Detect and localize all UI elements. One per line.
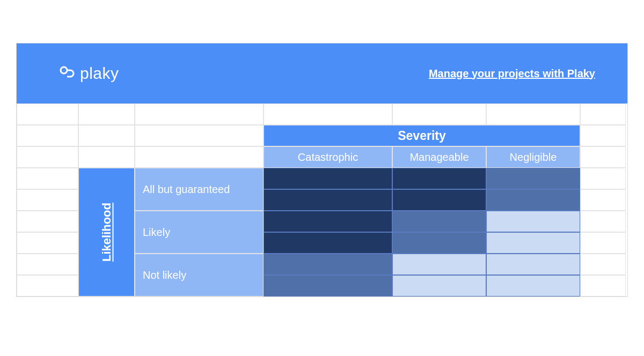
empty-cell: [17, 189, 78, 211]
heat-cell: [264, 211, 392, 232]
empty-cell: [78, 103, 135, 125]
empty-cell: [78, 146, 135, 168]
column-header: Catastrophic: [264, 146, 392, 168]
empty-cell: [580, 189, 626, 211]
y-axis-title: Likelihood: [78, 168, 135, 296]
brand-logo: plaky: [60, 64, 119, 83]
matrix-grid: Severity Catastrophic Manageable Negligi…: [17, 103, 627, 296]
empty-cell: [580, 254, 626, 275]
heat-cell: [264, 254, 392, 275]
heat-cell: [264, 189, 392, 211]
empty-cell: [17, 125, 78, 146]
empty-cell: [486, 103, 580, 125]
heat-cell: [392, 232, 486, 254]
empty-cell: [17, 103, 78, 125]
heat-cell: [486, 189, 580, 211]
empty-cell: [580, 146, 626, 168]
brand-name: plaky: [80, 64, 119, 83]
heat-cell: [486, 168, 580, 189]
empty-cell: [17, 146, 78, 168]
empty-cell: [78, 125, 135, 146]
empty-cell: [17, 168, 78, 189]
heat-cell: [392, 275, 486, 296]
empty-cell: [17, 254, 78, 275]
empty-cell: [17, 211, 78, 232]
heat-cell: [486, 211, 580, 232]
empty-cell: [580, 232, 626, 254]
heat-cell: [392, 254, 486, 275]
row-header: Likely: [135, 211, 264, 254]
heat-cell: [392, 168, 486, 189]
banner: plaky Manage your projects with Plaky: [17, 43, 627, 103]
heat-cell: [264, 168, 392, 189]
empty-cell: [264, 103, 392, 125]
empty-cell: [135, 103, 264, 125]
plaky-icon: [60, 66, 75, 81]
column-header: Manageable: [392, 146, 486, 168]
heat-cell: [392, 189, 486, 211]
heat-cell: [392, 211, 486, 232]
row-header: All but guaranteed: [135, 168, 264, 211]
empty-cell: [580, 275, 626, 296]
column-header: Negligible: [486, 146, 580, 168]
empty-cell: [17, 232, 78, 254]
empty-cell: [135, 146, 264, 168]
risk-matrix-container: plaky Manage your projects with Plaky Se…: [16, 43, 628, 297]
empty-cell: [135, 125, 264, 146]
empty-cell: [580, 125, 626, 146]
manage-projects-link[interactable]: Manage your projects with Plaky: [429, 68, 595, 80]
svg-point-0: [61, 67, 67, 73]
empty-cell: [580, 168, 626, 189]
heat-cell: [264, 232, 392, 254]
heat-cell: [486, 254, 580, 275]
heat-cell: [486, 232, 580, 254]
heat-cell: [264, 275, 392, 296]
empty-cell: [17, 275, 78, 296]
empty-cell: [580, 211, 626, 232]
empty-cell: [580, 103, 626, 125]
heat-cell: [486, 275, 580, 296]
empty-cell: [392, 103, 486, 125]
x-axis-title: Severity: [264, 125, 580, 146]
row-header: Not likely: [135, 254, 264, 296]
